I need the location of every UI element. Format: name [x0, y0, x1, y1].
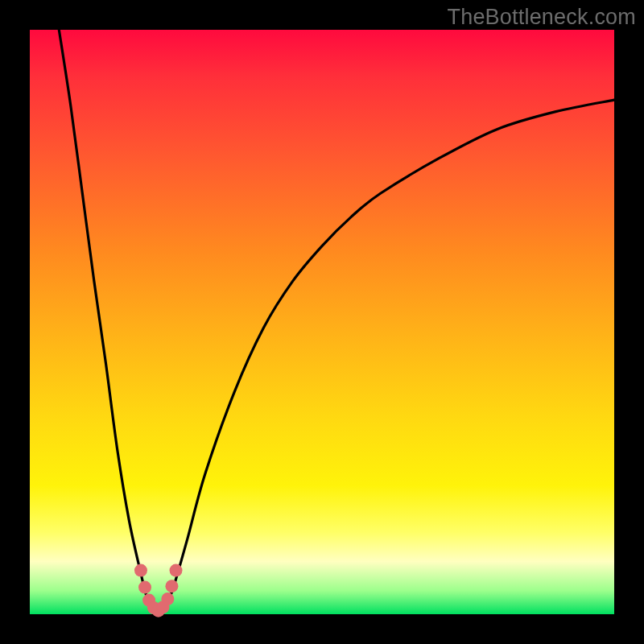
minimum-markers — [134, 564, 183, 617]
plot-area — [30, 30, 614, 614]
minimum-marker — [161, 592, 174, 605]
minimum-marker — [165, 580, 178, 592]
chart-frame: TheBottleneck.com — [0, 0, 644, 644]
bottleneck-curve — [59, 30, 614, 614]
minimum-marker — [170, 564, 183, 577]
minimum-marker — [134, 564, 147, 577]
minimum-marker — [138, 581, 151, 594]
curve-layer — [30, 30, 614, 614]
watermark-text: TheBottleneck.com — [447, 5, 636, 30]
